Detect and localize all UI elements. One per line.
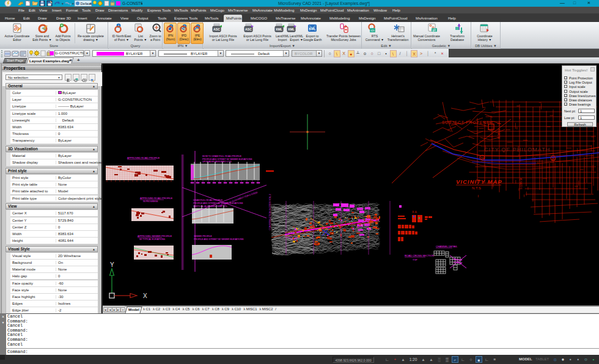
svg-text:ASC: ASC [245,27,252,31]
svg-text:20: 20 [551,157,555,161]
svg-text:CONSTRUCTION NOTES VOL.2: CONSTRUCTION NOTES VOL.2 [268,194,271,230]
svg-text:HOW TO DRAW FULL ROAD PROFILE: HOW TO DRAW FULL ROAD PROFILE [202,155,241,158]
svg-text:G-CONSTRU: G-CONSTRU [122,1,142,5]
svg-text:APPROVED ROAD PROFILE: APPROVED ROAD PROFILE [127,156,160,159]
svg-text:▼: ▼ [72,2,75,5]
svg-text:</>: </> [370,29,375,32]
svg-text:VICINITY MAP: VICINITY MAP [456,178,502,185]
svg-text:XML: XML [288,27,295,31]
svg-text:CHANNEL DETAIL: CHANNEL DETAIL [436,245,458,248]
svg-text:Y: Y [110,261,114,268]
svg-text:▼: ▼ [89,2,92,5]
svg-text:N.T.S: N.T.S [472,186,481,190]
svg-text:PROFILE AND STREET W/ SEWER EL: PROFILE AND STREET W/ SEWER ELEVATIONS [194,238,244,241]
svg-text:PROFILE AND STREET W/ SEWER EL: PROFILE AND STREET W/ SEWER ELEVATIONS [202,158,252,161]
svg-text:S 13th St: S 13th St [520,178,523,189]
svg-text:ROAD CROSS SECTION: ROAD CROSS SECTION [405,254,434,257]
svg-text:APPROVED SEWER PROFILE: APPROVED SEWER PROFILE [138,235,172,238]
svg-text:X A: X A [412,210,417,214]
svg-text:DRAW FULL ROAD PROFILE: DRAW FULL ROAD PROFILE [193,199,223,202]
svg-text:UPGRADES ASSUMED 0.5%: UPGRADES ASSUMED 0.5% [202,161,232,163]
svg-text:XML: XML [276,27,283,31]
svg-text:▼: ▼ [141,2,142,5]
svg-text:SEE TO FLAT ALIGNMENT FOR A GO: SEE TO FLAT ALIGNMENT FOR A GOOD [218,191,258,208]
svg-text:N 9th St: N 9th St [498,128,501,139]
svg-text:X: X [143,293,147,299]
svg-text:ASC: ASC [213,27,220,31]
svg-text:SEWER PROFILE: SEWER PROFILE [194,235,212,238]
svg-text:▼: ▼ [61,2,64,5]
svg-text:APPROVED ROAD PROFILE: APPROVED ROAD PROFILE [140,197,172,200]
svg-text:TYP: TYP [413,258,417,261]
svg-text:W/ TYPICAL ELEVATIONS: W/ TYPICAL ELEVATIONS [139,238,166,241]
svg-text:CITY OF PHILOMATH: CITY OF PHILOMATH [484,147,550,153]
svg-text:IN PROGRESS: IN PROGRESS [143,200,158,203]
svg-text:34: 34 [480,156,484,160]
svg-text:SUBJECT PROPERTY: SUBJECT PROPERTY [442,120,493,125]
